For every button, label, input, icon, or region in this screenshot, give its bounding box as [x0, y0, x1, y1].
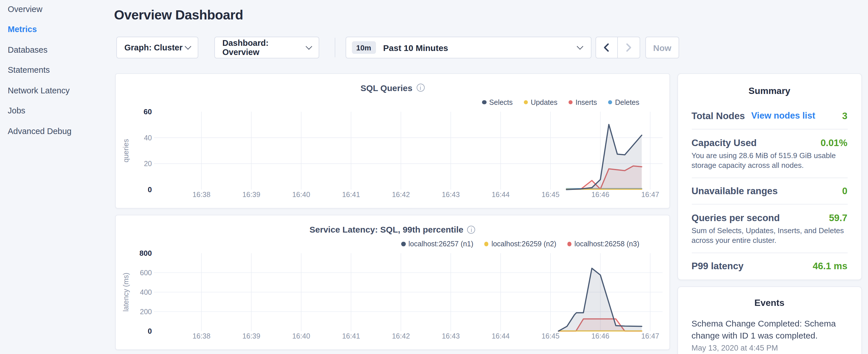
summary-row-value: 0 — [842, 185, 847, 196]
events-title: Events — [691, 297, 847, 309]
event-item: Schema Change Completed: Schema change w… — [691, 317, 847, 352]
svg-text:16:45: 16:45 — [541, 190, 560, 198]
summary-title: Summary — [691, 85, 847, 97]
divider — [334, 38, 335, 57]
event-timestamp: May 13, 2020 at 4:45 PM — [691, 344, 847, 352]
summary-row-value: 0.01% — [820, 137, 847, 148]
svg-text:16:38: 16:38 — [192, 332, 211, 340]
svg-text:latency (ms): latency (ms) — [122, 273, 130, 312]
svg-text:0: 0 — [148, 327, 152, 335]
summary-row-head: Unavailable ranges0 — [691, 185, 847, 196]
svg-text:16:41: 16:41 — [342, 190, 360, 198]
svg-text:16:47: 16:47 — [641, 190, 659, 198]
chevron-right-icon — [626, 43, 631, 52]
svg-text:16:44: 16:44 — [492, 190, 510, 198]
time-forward-button[interactable] — [618, 37, 639, 58]
svg-text:16:41: 16:41 — [342, 332, 360, 340]
svg-text:16:46: 16:46 — [591, 332, 610, 340]
metrics-page: OverviewMetricsDatabasesStatementsNetwor… — [0, 0, 868, 354]
summary-row: Total NodesView nodes list3 — [691, 110, 847, 129]
svg-text:16:43: 16:43 — [442, 332, 460, 340]
svg-text:16:46: 16:46 — [591, 190, 610, 198]
svg-text:0: 0 — [148, 185, 152, 194]
chart-plot: 16:3816:3916:4016:4116:4216:4316:4416:45… — [116, 74, 670, 209]
svg-text:16:39: 16:39 — [242, 332, 260, 340]
event-text: Schema Change Completed: Schema change w… — [691, 317, 847, 342]
summary-row: P99 latency46.1 ms — [691, 252, 847, 279]
summary-row-value: 59.7 — [829, 212, 847, 223]
page-title: Overview Dashboard — [114, 7, 243, 23]
summary-row-label: Capacity Used — [691, 137, 756, 148]
summary-row-description: Sum of Selects, Updates, Inserts, and De… — [691, 225, 847, 245]
chevron-down-icon — [577, 43, 583, 50]
view-nodes-link[interactable]: View nodes list — [751, 110, 815, 122]
sidebar-item-overview[interactable]: Overview — [8, 3, 114, 14]
svg-text:16:47: 16:47 — [641, 332, 659, 340]
sidebar-item-jobs[interactable]: Jobs — [8, 105, 114, 116]
svg-text:16:38: 16:38 — [192, 190, 211, 198]
summary-row-label: Total Nodes — [691, 110, 745, 122]
time-nav-group — [595, 37, 640, 58]
sql-queries-chart-panel: SQL QueriesiSelectsUpdatesInsertsDeletes… — [115, 73, 670, 208]
summary-row-label: P99 latency — [691, 260, 744, 271]
sidebar-item-advanced-debug[interactable]: Advanced Debug — [8, 125, 114, 137]
service-latency-chart-panel: Service Latency: SQL, 99th percentileilo… — [115, 215, 670, 350]
svg-text:16:42: 16:42 — [392, 190, 410, 198]
summary-row: Capacity Used0.01%You are using 28.6 MiB… — [691, 129, 847, 177]
svg-text:16:44: 16:44 — [492, 332, 510, 340]
time-back-button[interactable] — [596, 37, 618, 58]
svg-text:16:39: 16:39 — [242, 190, 260, 198]
svg-text:16:40: 16:40 — [292, 190, 310, 198]
summary-panel: Summary Total NodesView nodes list3Capac… — [677, 73, 862, 280]
time-range-label: Past 10 Minutes — [383, 43, 448, 53]
now-button[interactable]: Now — [645, 37, 679, 58]
chevron-left-icon — [604, 43, 610, 52]
sidebar-item-metrics[interactable]: Metrics — [8, 24, 114, 35]
chevron-down-icon — [185, 43, 191, 50]
summary-row: Queries per second59.7Sum of Selects, Up… — [691, 204, 847, 252]
svg-text:20: 20 — [144, 159, 152, 167]
summary-row-head: P99 latency46.1 ms — [691, 260, 847, 271]
summary-row-head: Queries per second59.7 — [691, 212, 847, 223]
svg-text:800: 800 — [140, 249, 152, 257]
sidebar-item-databases[interactable]: Databases — [8, 44, 114, 55]
chart-plot: 16:3816:3916:4016:4116:4216:4316:4416:45… — [116, 215, 670, 351]
summary-row-value: 46.1 ms — [813, 260, 847, 271]
time-range-picker[interactable]: 10m Past 10 Minutes — [345, 37, 591, 58]
svg-text:16:45: 16:45 — [541, 332, 560, 340]
graph-scope-label: Graph: Cluster — [124, 43, 183, 52]
dashboard-label: Dashboard: Overview — [222, 38, 307, 57]
summary-row-label: Unavailable ranges — [691, 185, 778, 196]
svg-text:600: 600 — [140, 269, 152, 277]
events-panel: Events Schema Change Completed: Schema c… — [677, 286, 862, 354]
summary-row-label: Queries per second — [691, 212, 780, 223]
svg-text:queries: queries — [122, 139, 130, 162]
time-range-badge: 10m — [351, 41, 376, 54]
summary-row-description: You are using 28.6 MiB of 515.9 GiB usab… — [691, 150, 847, 170]
graph-scope-dropdown[interactable]: Graph: Cluster — [116, 37, 198, 58]
controls-bar: Graph: Cluster Dashboard: Overview 10m P… — [114, 37, 868, 58]
svg-text:200: 200 — [140, 308, 152, 316]
summary-row-head: Capacity Used0.01% — [691, 137, 847, 148]
svg-text:400: 400 — [140, 288, 152, 296]
chevron-down-icon — [306, 43, 312, 50]
svg-text:16:40: 16:40 — [292, 332, 310, 340]
sidebar-item-network-latency[interactable]: Network Latency — [8, 85, 114, 96]
summary-row-head: Total NodesView nodes list3 — [691, 110, 847, 122]
summary-row: Unavailable ranges0 — [691, 177, 847, 204]
sidebar-item-statements[interactable]: Statements — [8, 64, 114, 75]
sidebar: OverviewMetricsDatabasesStatementsNetwor… — [0, 0, 114, 354]
summary-row-value: 3 — [842, 110, 847, 122]
svg-text:16:43: 16:43 — [442, 190, 460, 198]
svg-text:40: 40 — [144, 133, 152, 141]
main-header: Overview Dashboard Graph: Cluster Dashbo… — [114, 0, 868, 69]
svg-text:60: 60 — [144, 107, 152, 116]
dashboard-dropdown[interactable]: Dashboard: Overview — [214, 37, 319, 58]
svg-text:16:42: 16:42 — [392, 332, 410, 340]
